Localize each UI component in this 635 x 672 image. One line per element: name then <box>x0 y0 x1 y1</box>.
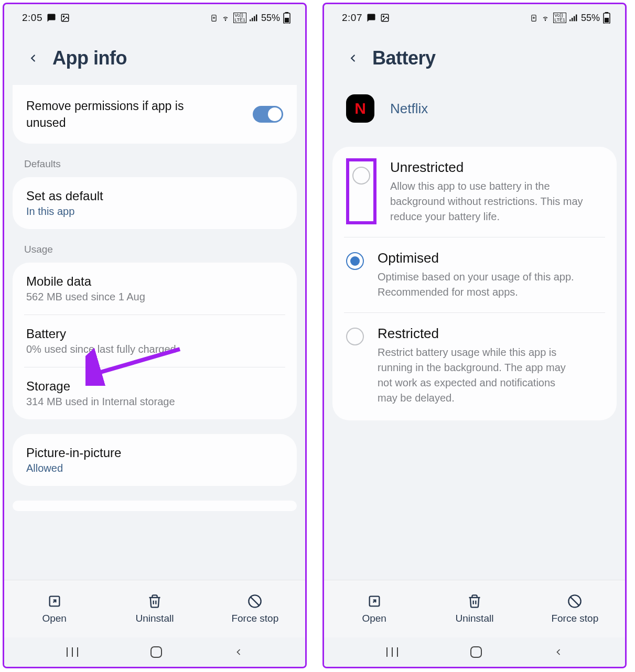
nav-back-icon[interactable] <box>233 645 244 659</box>
home-icon[interactable] <box>149 645 163 659</box>
page-title: App info <box>52 47 127 69</box>
unrestricted-option[interactable]: Unrestricted Allow this app to use batte… <box>332 147 617 237</box>
svg-point-26 <box>545 20 546 20</box>
wifi-icon <box>221 14 230 21</box>
svg-rect-27 <box>569 19 571 21</box>
picture-icon <box>380 13 390 23</box>
bottom-actions: Open Uninstall Force stop <box>4 580 305 637</box>
svg-rect-33 <box>605 18 609 23</box>
chat-icon <box>367 13 376 23</box>
picture-in-picture-row[interactable]: Picture-in-picture Allowed <box>13 434 297 486</box>
app-chip: N Netflix <box>324 88 625 136</box>
optimised-radio[interactable] <box>346 252 364 270</box>
svg-point-22 <box>383 16 384 17</box>
remove-permissions-row[interactable]: Remove permissions if app is unused <box>13 90 297 138</box>
force-stop-icon <box>567 594 582 609</box>
nav-back-icon[interactable] <box>553 645 564 659</box>
app-name-label: Netflix <box>390 101 428 117</box>
force-stop-button[interactable]: Force stop <box>525 580 625 637</box>
remove-permissions-toggle[interactable] <box>253 106 283 123</box>
trash-icon <box>147 594 162 609</box>
page-header: Battery <box>324 25 625 88</box>
defaults-card: Set as default In this app <box>13 177 297 229</box>
svg-point-5 <box>225 20 226 20</box>
page-title: Battery <box>372 47 436 69</box>
svg-rect-8 <box>254 16 255 21</box>
bottom-actions: Open Uninstall Force stop <box>324 580 625 637</box>
battery-icon <box>603 12 610 24</box>
home-icon[interactable] <box>469 645 483 659</box>
wifi-icon <box>541 14 550 21</box>
permissions-card: Remove permissions if app is unused <box>13 85 297 144</box>
open-icon <box>47 594 62 609</box>
svg-line-16 <box>251 597 259 605</box>
svg-rect-40 <box>471 647 481 657</box>
storage-row[interactable]: Storage 314 MB used in Internal storage <box>13 367 297 419</box>
netflix-app-icon: N <box>346 94 374 123</box>
status-bar: 2:07 Vo))LTE1 55% <box>324 4 625 25</box>
svg-rect-29 <box>574 16 575 21</box>
back-icon[interactable] <box>347 49 359 67</box>
signal-icon <box>250 14 258 21</box>
system-nav <box>4 637 305 667</box>
svg-line-36 <box>571 597 579 605</box>
restricted-radio[interactable] <box>346 328 364 345</box>
uninstall-button[interactable]: Uninstall <box>104 580 205 637</box>
battery-saver-icon <box>530 14 537 22</box>
annotation-highlight <box>346 158 376 224</box>
picture-icon <box>60 13 70 23</box>
trash-icon <box>467 594 482 609</box>
remove-permissions-label: Remove permissions if app is unused <box>26 97 225 131</box>
battery-saver-icon <box>210 14 218 22</box>
uninstall-button[interactable]: Uninstall <box>424 580 524 637</box>
open-icon <box>367 594 382 609</box>
battery-pct: 55% <box>261 13 280 24</box>
recents-icon[interactable] <box>66 646 79 658</box>
svg-rect-12 <box>285 18 289 23</box>
restricted-option[interactable]: Restricted Restrict battery usage while … <box>332 313 617 418</box>
mobile-data-row[interactable]: Mobile data 562 MB used since 1 Aug <box>13 263 297 315</box>
defaults-section-label: Defaults <box>4 144 305 177</box>
volte-icon: Vo))LTE1 <box>233 13 246 23</box>
open-button[interactable]: Open <box>324 580 424 637</box>
phone-app-info: 2:05 Vo))LTE1 55% App info Remove permis… <box>3 3 307 668</box>
force-stop-icon <box>247 594 262 609</box>
phone-battery-settings: 2:07 Vo))LTE1 55% Battery N Netflix Unre… <box>322 3 627 668</box>
usage-card: Mobile data 562 MB used since 1 Aug Batt… <box>13 263 297 419</box>
status-bar: 2:05 Vo))LTE1 55% <box>4 4 305 25</box>
svg-rect-28 <box>572 18 573 21</box>
recents-icon[interactable] <box>385 646 399 658</box>
volte-icon: Vo))LTE1 <box>553 13 566 23</box>
battery-icon <box>283 12 290 24</box>
svg-rect-6 <box>250 19 251 21</box>
svg-rect-20 <box>151 647 162 657</box>
optimised-option[interactable]: Optimised Optimise based on your usage o… <box>332 237 617 312</box>
extra-card <box>13 501 297 511</box>
signal-icon <box>569 14 578 21</box>
back-icon[interactable] <box>27 49 39 67</box>
battery-row[interactable]: Battery 0% used since last fully charged <box>13 315 297 367</box>
battery-pct: 55% <box>581 13 600 24</box>
clock: 2:05 <box>22 12 42 24</box>
clock: 2:07 <box>342 12 362 24</box>
set-as-default-row[interactable]: Set as default In this app <box>13 177 297 229</box>
chat-icon <box>47 13 56 23</box>
unrestricted-radio[interactable] <box>352 167 370 185</box>
page-header: App info <box>4 25 305 88</box>
svg-point-1 <box>63 16 64 17</box>
force-stop-button[interactable]: Force stop <box>205 580 305 637</box>
pip-card: Picture-in-picture Allowed <box>13 434 297 486</box>
open-button[interactable]: Open <box>4 580 104 637</box>
svg-rect-9 <box>256 15 257 21</box>
usage-section-label: Usage <box>4 229 305 263</box>
svg-rect-7 <box>252 18 253 21</box>
svg-rect-30 <box>576 15 577 21</box>
battery-options-card: Unrestricted Allow this app to use batte… <box>332 147 617 420</box>
system-nav <box>324 637 625 667</box>
